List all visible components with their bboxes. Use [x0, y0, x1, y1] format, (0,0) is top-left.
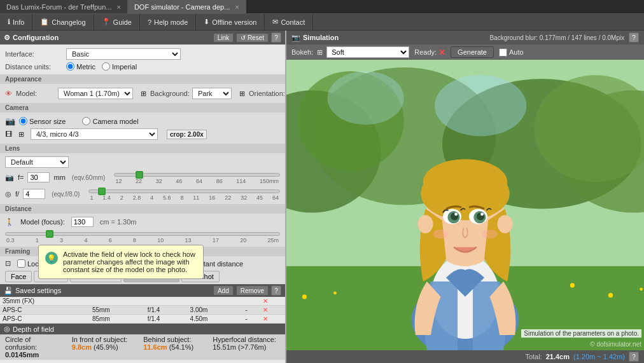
orientation-icon: ⊞	[239, 90, 245, 98]
svg-point-30	[480, 213, 484, 216]
svg-point-7	[435, 75, 526, 136]
nav-help[interactable]: ? Help mode	[140, 14, 196, 30]
appearance-label: Appearance	[0, 74, 285, 84]
svg-point-34	[498, 215, 513, 233]
sensor-select[interactable]: 4/3, micro 4/3 APS-C Full Frame (FX) Med…	[31, 128, 158, 140]
camera-model-radio[interactable]: Camera model	[82, 117, 138, 125]
focal-unit: mm	[53, 174, 65, 181]
aperture-input[interactable]	[23, 189, 45, 199]
config-title-label: Configuration	[13, 34, 59, 41]
aperture-equiv: (eqv.f/8.0)	[52, 191, 80, 198]
crop-label: crop: 2.00x	[167, 130, 207, 139]
table-cell-x[interactable]: ✕	[260, 297, 285, 306]
changelog-icon: 📋	[40, 18, 49, 26]
sim-help-button[interactable]: ?	[629, 32, 639, 43]
table-cell-x[interactable]: ✕	[260, 315, 285, 324]
nav-offline[interactable]: ⬇ Offline version	[196, 14, 265, 30]
auto-checkbox[interactable]	[499, 48, 507, 57]
in-front-value: 9.8cm	[72, 343, 92, 351]
bokeh-label: Bokeh:	[291, 48, 313, 56]
saved-table: 35mm (FX) ✕ APS-C 55mm f/1.4 3.00m - ✕ A	[0, 297, 285, 324]
ready-status-icon: ✕	[438, 48, 445, 57]
tooltip-popup: 💡 Activate the field of view lock to che…	[38, 245, 204, 279]
focal-row: 📷 f= mm (eqv.60mm) 122232466486114150mm	[5, 169, 280, 186]
table-cell: 85mm	[90, 315, 145, 324]
auto-checkbox-label[interactable]: Auto	[499, 48, 524, 57]
distance-slider-row: 0.3134681013172025m	[5, 228, 280, 245]
nav-guide[interactable]: 📍 Guide	[94, 14, 140, 30]
model-focus-label: Model (focus):	[20, 218, 65, 226]
help-icon: ?	[148, 18, 151, 26]
svg-point-33	[417, 215, 433, 233]
background-label: Background:	[150, 90, 188, 97]
tab-dof[interactable]: DOF simulator - Camera dep... ×	[128, 0, 246, 13]
tab-dof-close[interactable]: ×	[235, 3, 239, 11]
add-button[interactable]: Add	[213, 285, 234, 296]
lens-section: Default Preset 1 📷 f= mm (eqv.60mm) 1222…	[0, 153, 285, 204]
guide-icon: 📍	[102, 18, 111, 26]
lens-preset-select[interactable]: Default Preset 1	[5, 156, 69, 168]
ready-label: Ready:	[414, 48, 437, 56]
saved-help-button[interactable]: ?	[271, 285, 281, 296]
svg-point-12	[333, 291, 337, 294]
total-label: Total:	[525, 353, 542, 360]
depth-info: Circle of confusion: 0.0145mm In front o…	[0, 334, 285, 360]
sensor-size-radio[interactable]: Sensor size	[19, 117, 66, 125]
total-range: (1.20m ~ 1.42m)	[573, 353, 625, 360]
sim-header: 📷 Simulation Background blur: 0.177mm / …	[286, 31, 644, 45]
link-button[interactable]: Link	[213, 33, 234, 43]
interface-select[interactable]: Basic Advanced	[66, 48, 181, 60]
total-help-button[interactable]: ?	[629, 352, 639, 362]
distance-label: Distance	[0, 204, 285, 214]
table-cell	[90, 297, 145, 306]
svg-point-8	[328, 71, 404, 125]
table-cell: 35mm (FX)	[0, 297, 90, 306]
reset-button[interactable]: ↺ Reset	[236, 33, 269, 43]
distance-slider[interactable]	[5, 232, 280, 236]
distance-marks: 0.3134681013172025m	[5, 237, 280, 243]
nav-contact[interactable]: ✉ Contact	[265, 14, 313, 30]
saved-header: 💾 Saved settings Add Remove ?	[0, 284, 285, 297]
nav-info[interactable]: ℹ Info	[0, 14, 32, 30]
focus-row: 🚶 Model (focus): cm = 1.30m	[5, 216, 280, 228]
film-icon: 🎞	[5, 130, 12, 138]
generate-button[interactable]: Generate	[451, 46, 494, 58]
behind-label: Behind subject: 11.6cm (54.1%)	[143, 336, 200, 359]
table-cell-x[interactable]: ✕	[260, 306, 285, 315]
tab-lumix-close[interactable]: ×	[116, 3, 120, 11]
table-cell: 3.00m	[188, 306, 243, 315]
imperial-radio[interactable]: Imperial	[102, 62, 137, 71]
total-value: 21.4cm	[546, 353, 570, 360]
hyperfocal-label: Hyperfocal distance: 15.51m (>7.76m)	[213, 336, 280, 359]
bokeh-select[interactable]: Soft Hard Soap bubble	[326, 46, 409, 58]
face-button[interactable]: Face	[5, 271, 32, 282]
sim-bg-blur: Background blur: 0.177mm / 147 lines / 0…	[489, 32, 639, 43]
orientation-label: Orientation:	[249, 90, 286, 97]
remove-button[interactable]: Remove	[236, 285, 269, 296]
grid-icon-cam: ⊞	[18, 130, 24, 139]
camera-icon: 📷	[5, 116, 15, 126]
model-select[interactable]: Woman 1 (1.70m) Woman 2 (1.65m) Man 1 (1…	[58, 88, 133, 99]
model-label: Model:	[16, 90, 54, 97]
main-area: ⚙ Configuration Link ↺ Reset ? Interface…	[0, 31, 644, 363]
sim-icon: 📷	[291, 34, 300, 42]
contact-icon: ✉	[272, 18, 278, 26]
bokeh-row: Bokeh: ⊞ Soft Hard Soap bubble Ready: ✕ …	[286, 45, 644, 60]
bokeh-controls: Bokeh: ⊞ Soft Hard Soap bubble	[291, 46, 409, 58]
nav-changelog[interactable]: 📋 Changelog	[32, 14, 94, 30]
aperture-slider[interactable]	[88, 189, 280, 193]
config-actions: Link ↺ Reset ?	[213, 32, 281, 43]
config-help-button[interactable]: ?	[271, 32, 281, 43]
eye-icon: 👁	[5, 90, 12, 97]
ready-badge: Ready: ✕	[414, 48, 445, 57]
metric-radio[interactable]: Metric	[66, 62, 95, 71]
table-cell: 55mm	[90, 306, 145, 315]
focal-input[interactable]	[27, 172, 50, 182]
focal-slider[interactable]	[114, 173, 280, 177]
tab-lumix[interactable]: Das Lumix-Forum - der Treffpun... ×	[0, 0, 128, 13]
focus-input[interactable]	[71, 217, 94, 227]
background-select[interactable]: Park Street Indoor	[192, 88, 232, 99]
appearance-section: 👁 Model: Woman 1 (1.70m) Woman 2 (1.65m)…	[0, 84, 285, 103]
table-cell: APS-C	[0, 315, 90, 324]
tab-lumix-label: Das Lumix-Forum - der Treffpun...	[6, 3, 111, 11]
